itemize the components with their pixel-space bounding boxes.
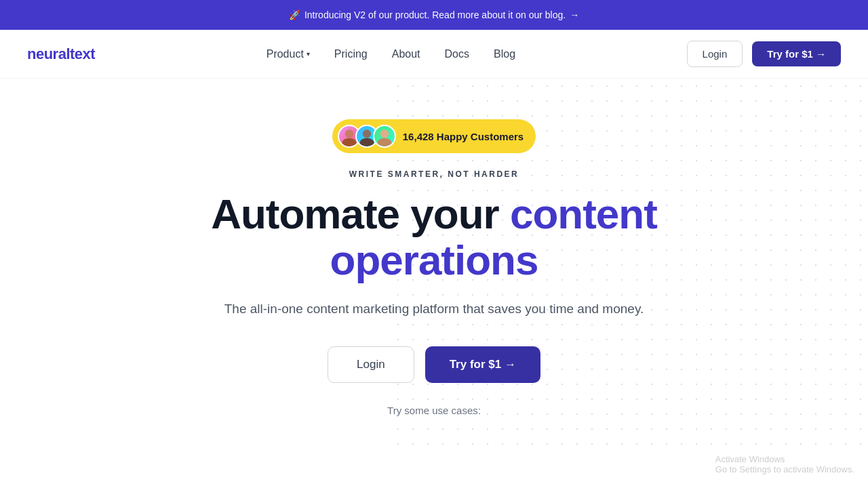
happy-customers-count: 16,428 Happy Customers [403, 131, 524, 142]
nav-try-button[interactable]: Try for $1 → [752, 41, 841, 66]
avatar-3 [373, 125, 396, 148]
logo-accent: text [70, 45, 95, 62]
logo-normal: neural [27, 45, 70, 62]
nav-login-button[interactable]: Login [687, 41, 743, 67]
hero-section: 16,428 Happy Customers Write Smarter, No… [0, 79, 868, 450]
product-link[interactable]: Product ▾ [267, 48, 310, 60]
product-label: Product [267, 48, 304, 60]
use-cases-label: Try some use cases: [387, 405, 481, 416]
banner-text: Introducing V2 of our product. Read more… [304, 9, 566, 20]
happy-customers-badge: 16,428 Happy Customers [332, 119, 536, 153]
logo[interactable]: neuraltext [27, 45, 95, 63]
nav-item-about[interactable]: About [392, 48, 420, 60]
docs-link[interactable]: Docs [445, 48, 469, 60]
customer-avatars [338, 125, 396, 148]
svg-point-0 [345, 129, 353, 138]
hero-description: The all-in-one content marketing platfor… [224, 300, 644, 319]
svg-point-5 [377, 138, 391, 148]
nav-item-docs[interactable]: Docs [445, 48, 469, 60]
nav-actions: Login Try for $1 → [687, 41, 841, 67]
svg-point-3 [359, 138, 374, 148]
hero-try-button[interactable]: Try for $1 → [425, 346, 540, 383]
watermark-line2: Go to Settings to activate Windows. [715, 464, 854, 474]
banner-link[interactable]: → [570, 9, 579, 20]
svg-point-2 [363, 129, 371, 138]
hero-title-normal: Automate your [211, 190, 510, 237]
watermark-line1: Activate Windows [715, 454, 854, 464]
banner-icon: 🚀 [289, 9, 300, 20]
navbar: neuraltext Product ▾ Pricing About Docs … [0, 30, 868, 79]
nav-item-product[interactable]: Product ▾ [267, 48, 310, 60]
blog-link[interactable]: Blog [494, 48, 515, 60]
hero-login-button[interactable]: Login [328, 346, 414, 383]
nav-links: Product ▾ Pricing About Docs Blog [267, 48, 515, 60]
about-link[interactable]: About [392, 48, 420, 60]
windows-watermark: Activate Windows Go to Settings to activ… [715, 454, 854, 474]
hero-title: Automate your content operations [142, 191, 726, 283]
nav-item-blog[interactable]: Blog [494, 48, 515, 60]
pricing-link[interactable]: Pricing [334, 48, 368, 60]
hero-cta-buttons: Login Try for $1 → [328, 346, 540, 383]
announcement-banner: 🚀 Introducing V2 of our product. Read mo… [0, 0, 868, 30]
hero-tagline: Write Smarter, Not Harder [349, 169, 519, 179]
chevron-down-icon: ▾ [307, 50, 310, 58]
svg-point-4 [380, 129, 389, 138]
hero-content: 16,428 Happy Customers Write Smarter, No… [142, 119, 726, 416]
nav-item-pricing[interactable]: Pricing [334, 48, 368, 60]
svg-point-1 [342, 138, 356, 148]
